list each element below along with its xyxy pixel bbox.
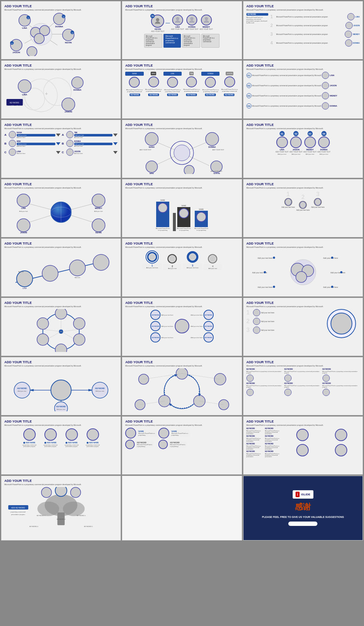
person-4-row: 4 Microsoft PowerPoint is a proprietary … — [270, 39, 360, 47]
np-1: 1 Add your text here — [246, 309, 322, 316]
slide-19: ADD YOUR TITLE Microsoft PowerPoint is a… — [1, 357, 121, 415]
slide-3: ADD YOUR TITLE Microsoft PowerPoint is a… — [243, 1, 363, 59]
item-4: 04 Microsoft PowerPoint is a proprietary… — [246, 102, 360, 110]
slide4-content: + LINA DONNA JASON KEYWORD Microsoft Pow… — [4, 72, 118, 115]
person-lina: LINA ADD YOUR TEXT — [171, 15, 184, 30]
svg-text:MINI: MINI — [150, 173, 154, 174]
person-3-row: 3 Microsoft PowerPoint is a proprietary … — [270, 31, 360, 38]
slide15-content: Add your text here Add your text here Ad… — [246, 250, 360, 293]
svg-point-50 — [145, 132, 158, 146]
slide-24: ADD YOUR TITLE Microsoft PowerPoint is a… — [243, 416, 363, 475]
svg-text:proprietary commercial: proprietary commercial — [11, 511, 25, 513]
person-wendy: WENDY ADD YOUR TEXT — [199, 15, 213, 30]
svg-text:KEVIN: KEVIN — [95, 231, 102, 233]
svg-text:03: 03 — [11, 43, 13, 44]
svg-text:Add your text: Add your text — [19, 210, 28, 212]
slide16-svg — [4, 309, 118, 352]
slide19-content: KEYWORD Add your text KEYWORD Add your t… — [4, 368, 118, 411]
svg-point-78 — [92, 219, 105, 232]
np-3: 3 Add your text here — [246, 326, 322, 334]
svg-text:KEYWORD: KEYWORD — [95, 387, 105, 389]
numbered-persons: 1 Add your text here 2 Add your text her… — [246, 309, 322, 338]
svg-text:JASON: JASON — [213, 173, 220, 174]
svg-text:Add text: Add text — [18, 271, 24, 273]
center-person — [175, 319, 189, 333]
slide-16: ADD YOUR TITLE Microsoft PowerPoint is a… — [1, 298, 121, 356]
svg-text:Add text: Add text — [75, 277, 80, 278]
svg-point-107 — [74, 334, 85, 345]
svg-point-148 — [37, 502, 59, 516]
logo-box: i iSLIDE — [293, 490, 313, 499]
svg-point-149 — [63, 502, 85, 516]
item-2: 02 Microsoft PowerPoint is a proprietary… — [246, 82, 360, 89]
slide-14: ADD YOUR TITLE Microsoft PowerPoint is a… — [122, 238, 242, 297]
svg-point-110 — [37, 318, 49, 329]
slide-10: ADD YOUR TITLE Microsoft PowerPoint is a… — [1, 179, 121, 237]
card-4: ADD NAME a proprietary commercial presen… — [83, 428, 103, 447]
num-1: 1 Add your text here — [281, 191, 295, 208]
slide17-content: KEYWORD Add your text here KEYWORD Add y… — [125, 310, 238, 342]
svg-point-83 — [70, 260, 86, 276]
svg-point-76 — [17, 219, 30, 232]
svg-text:NANA: NANA — [149, 146, 155, 148]
slide12-content: 1 Add your text here 2 Add your text her… — [246, 191, 360, 211]
slide-grid: ADD YOUR TITLE Microsoft PowerPoint is a… — [0, 0, 364, 542]
svg-text:JASON: JASON — [12, 51, 20, 54]
svg-text:KEYWORD: KEYWORD — [10, 102, 19, 104]
svg-text:Add your text here: Add your text here — [257, 286, 272, 288]
svg-text:Add your text: Add your text — [18, 390, 27, 392]
svg-point-84 — [93, 254, 109, 270]
card-1: ADD NAME a proprietary commercial presen… — [19, 428, 39, 447]
slide2-content: 01 KEVIN ADD YOUR TEXT LINA ADD YOUR TEX… — [125, 15, 238, 32]
svg-point-105 — [55, 309, 67, 319]
slide14-content: 1 Add your text here 2 Add your text 3 — [125, 250, 238, 270]
bar-spacer — [173, 213, 176, 231]
svg-point-103 — [331, 286, 333, 288]
svg-point-73 — [92, 194, 105, 207]
svg-text:DONNA: DONNA — [209, 146, 216, 148]
svg-text:DONNA: DONNA — [74, 89, 82, 91]
col-lina: LINA Microsoft PowerPoint is a proprieta… — [163, 72, 182, 92]
slide25-tree: ADD KEYWORD proprietary commercial prese… — [4, 487, 118, 530]
search-bar[interactable] — [288, 522, 317, 526]
slide-13: ADD YOUR TITLE Microsoft PowerPoint is a… — [1, 238, 121, 297]
thankyou-content: i iSLIDE 感谢 PLEASE FEEL FREE TO GIVE US … — [244, 476, 363, 540]
bubble-3: 3 Add your text here — [182, 251, 202, 269]
slide-25: ADD YOUR TITLE Microsoft PowerPoint is a… — [1, 476, 121, 540]
svg-point-35 — [18, 80, 31, 93]
svg-text:ADD YOUR TEXT: ADD YOUR TEXT — [140, 149, 152, 151]
slide13-content: LINA Add text Add text — [4, 250, 118, 293]
svg-text:+: + — [45, 91, 48, 96]
svg-line-116 — [43, 329, 61, 332]
svg-point-70 — [17, 194, 30, 207]
col-mini: MINI Microsoft PowerPoint is a proprieta… — [145, 72, 163, 92]
bubbles-right: NAME Microsoft PowerPoint is a proprieta… — [158, 428, 190, 449]
svg-point-134 — [176, 368, 188, 379]
left-keywords-table: KEYWORD KEYWORD Microsoft PowerPoint is … — [246, 428, 283, 457]
slide23-content: NAME Microsoft PowerPoint is a proprieta… — [125, 428, 238, 449]
svg-text:ADD KEYWORD: ADD KEYWORD — [11, 507, 25, 509]
slide-22: ADD YOUR TITLE Microsoft PowerPoint is a… — [1, 416, 121, 475]
svg-point-82 — [42, 265, 58, 281]
col-nana: NANA Microsoft PowerPoint is a proprieta… — [125, 72, 143, 92]
magnifier-3 — [314, 198, 322, 206]
row-c-right: C JASON Add text here — [62, 148, 118, 156]
slide-21: ADD YOUR TITLE Microsoft PowerPoint is a… — [243, 357, 363, 415]
slide3-content: KEYWORD Microsoft PowerPoint is a propri… — [246, 13, 360, 47]
svg-text:04: 04 — [71, 32, 73, 34]
svg-point-81 — [17, 271, 33, 287]
svg-point-91 — [296, 272, 306, 282]
slide25-svg: ADD KEYWORD proprietary commercial prese… — [4, 487, 118, 530]
svg-text:LINA: LINA — [21, 207, 26, 209]
person-1-row: 1 Microsoft PowerPoint is a proprietary … — [270, 13, 360, 20]
slide21-grid: KEYWORD KEYWORD KEYWORD Microsoft PowerP… — [246, 368, 360, 396]
svg-point-49 — [174, 145, 190, 161]
arrow-down-1 — [56, 134, 60, 136]
svg-point-27 — [156, 18, 159, 21]
slide-26 — [122, 476, 242, 540]
item-3: 03 Microsoft PowerPoint is a proprietary… — [246, 92, 360, 99]
slide16-content — [4, 309, 118, 352]
col-donna: DONNA Microsoft PowerPoint is a propriet… — [201, 72, 219, 92]
slide1-content: LINA 01 DONNA 02 JASON 03 WENDY KEVIN — [4, 12, 118, 56]
left-keywords: KEYWORD Microsoft PowerPoint is a propri… — [246, 13, 268, 47]
